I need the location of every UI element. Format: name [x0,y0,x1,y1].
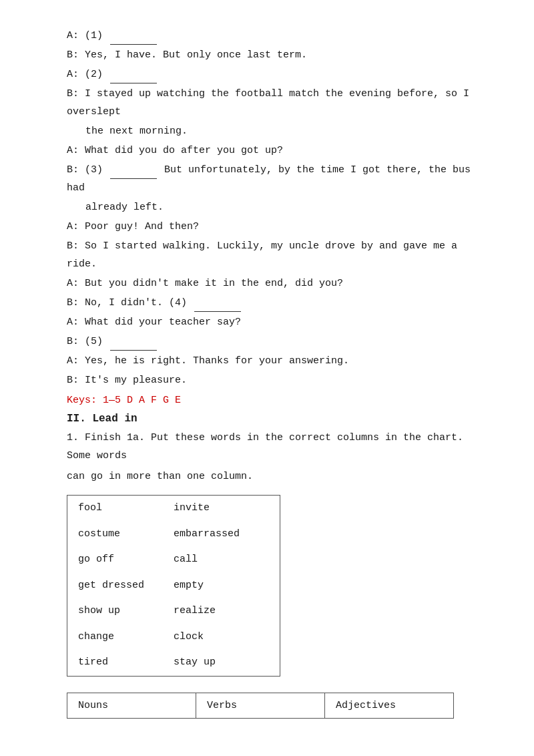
word-left-7: tired [78,653,174,673]
word-right-6: clock [174,628,269,647]
table-header-adjectives: Adjectives [325,693,454,718]
keys-text: Keys: 1—5 D A F G E [67,395,481,406]
dialog-a6: A: What did your teacher say? [67,313,481,331]
dialog-b6: B: (5) [67,333,481,351]
dialog-b3-line2: already left. [67,198,481,216]
word-row-5: show up realize [67,598,280,624]
word-left-1: fool [78,499,174,518]
word-left-3: go off [78,550,174,570]
word-right-4: empty [174,576,269,596]
dialog-b5: B: No, I didn't. (4) [67,294,481,312]
dialog-a4: A: Poor guy! And then? [67,218,481,236]
dialog-a7: A: Yes, he is right. Thanks for your ans… [67,352,481,370]
table-header-verbs: Verbs [196,693,325,718]
dialog-a2: A: (2) [67,65,481,83]
dialog-b4: B: So I started walking. Luckily, my unc… [67,237,481,273]
dialog-b2-line1: B: I stayed up watching the football mat… [67,85,481,121]
table-header-nouns: Nouns [67,693,196,718]
dialog-b7: B: It's my pleasure. [67,371,481,389]
word-right-3: call [174,550,269,570]
dialog-a3: A: What did you do after you got up? [67,142,481,160]
word-right-5: realize [174,602,269,621]
word-box: fool invite costume embarrassed go off c… [67,495,280,677]
word-row-4: get dressed empty [67,573,280,599]
dialog-a1: A: (1) [67,27,481,45]
word-row-3: go off call [67,547,280,573]
word-right-2: embarrassed [174,525,269,544]
answer-table: Nouns Verbs Adjectives [67,693,454,719]
word-row-6: change clock [67,624,280,650]
word-left-6: change [78,628,174,647]
instruction-line2: can go in more than one column. [67,467,481,486]
instruction-line1: 1. Finish 1a. Put these words in the cor… [67,429,481,465]
word-row-2: costume embarrassed [67,522,280,548]
section-header: II. Lead in [67,413,481,425]
word-left-2: costume [78,525,174,544]
dialog-b1: B: Yes, I have. But only once last term. [67,46,481,64]
word-left-5: show up [78,602,174,621]
word-right-7: stay up [174,653,269,673]
dialog-a5: A: But you didn't make it in the end, di… [67,274,481,293]
word-left-4: get dressed [78,576,174,596]
word-right-1: invite [174,499,269,518]
dialog-b3-line1: B: (3) But unfortunately, by the time I … [67,161,481,197]
word-row-1: fool invite [67,496,280,522]
dialog-b2-line2: the next morning. [67,122,481,140]
word-row-7: tired stay up [67,650,280,676]
